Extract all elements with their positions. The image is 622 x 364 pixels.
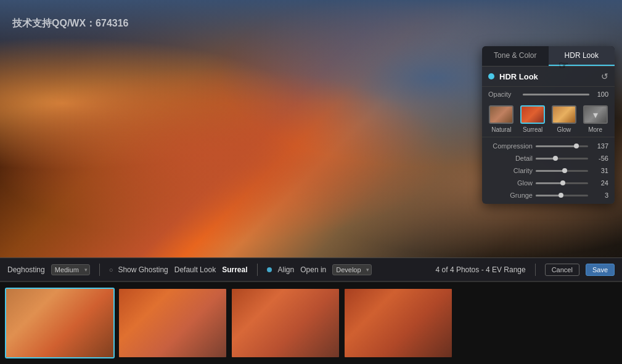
slider-glow[interactable] (536, 182, 588, 184)
preset-natural[interactable]: Natural (487, 105, 516, 133)
more-icon: ▾ (593, 109, 598, 121)
slider-row-compression: Compression 137 (482, 140, 615, 152)
status-dot (267, 267, 272, 272)
preset-label-natural: Natural (491, 126, 511, 133)
deghosting-select-wrapper[interactable]: Medium Low High ▾ (51, 264, 90, 275)
preset-thumb-surreal (520, 105, 545, 124)
slider-thumb-clarity (562, 168, 567, 173)
opacity-slider[interactable] (523, 94, 589, 95)
slider-thumb-detail (553, 156, 558, 161)
deghosting-text: Deghosting (7, 265, 45, 274)
opacity-fill (523, 94, 589, 95)
panel-header: HDR Look ↺ (482, 67, 615, 87)
align-label: Align (278, 265, 295, 274)
slider-clarity[interactable] (536, 170, 588, 172)
thumb-bg-2 (119, 289, 226, 357)
slider-value-detail: -56 (591, 155, 608, 162)
divider-2 (257, 264, 258, 276)
slider-compression[interactable] (536, 145, 588, 147)
filmstrip (0, 281, 622, 364)
preset-glow[interactable]: Glow (550, 105, 579, 133)
slider-fill-grunge (536, 195, 561, 196)
opacity-value: 100 (593, 91, 608, 98)
opacity-row: Opacity 100 (482, 87, 615, 102)
slider-label-clarity: Clarity (488, 167, 533, 174)
filmstrip-thumb-4[interactable] (343, 288, 453, 358)
develop-select[interactable]: Develop (332, 264, 372, 275)
thumb-bg-3 (232, 289, 339, 357)
save-button[interactable]: Save (586, 264, 615, 276)
panel-tabs: Tone & Color HDR Look (482, 46, 615, 67)
preset-label-more: More (588, 126, 602, 133)
look-value: Surreal (222, 265, 247, 274)
photo-info: 4 of 4 Photos - 4 EV Range (436, 265, 526, 274)
slider-label-glow: Glow (488, 179, 533, 187)
deghosting-label: Deghosting (7, 265, 45, 274)
slider-grunge[interactable] (536, 195, 588, 196)
preset-surreal[interactable]: Surreal (518, 105, 547, 133)
slider-value-grunge: 3 (591, 192, 608, 199)
tab-tone-color[interactable]: Tone & Color (482, 46, 549, 66)
show-ghosting-item: ○ Show Ghosting (109, 265, 168, 274)
slider-row-clarity: Clarity 31 (482, 164, 615, 177)
slider-row-detail: Detail -56 (482, 152, 615, 164)
show-ghosting-label: Show Ghosting (118, 265, 168, 274)
adjustment-panel: Tone & Color HDR Look HDR Look ↺ Opacity… (482, 46, 615, 204)
slider-row-glow: Glow 24 (482, 177, 615, 189)
cancel-button[interactable]: Cancel (545, 264, 579, 276)
toolbar: Deghosting Medium Low High ▾ ○ Show Ghos… (0, 257, 622, 281)
slider-value-compression: 137 (591, 142, 608, 150)
opacity-label: Opacity (488, 91, 519, 98)
slider-thumb-compression (574, 144, 579, 148)
panel-active-dot (488, 73, 494, 79)
divider-3 (535, 264, 536, 276)
reset-button[interactable]: ↺ (601, 71, 608, 81)
preset-thumb-more: ▾ (583, 105, 608, 124)
slider-fill-compression (536, 145, 576, 147)
panel-title: HDR Look (499, 72, 601, 81)
deghosting-select[interactable]: Medium Low High (51, 264, 90, 275)
show-ghosting-circle: ○ (109, 266, 113, 273)
tab-hdr-look[interactable]: HDR Look (549, 46, 615, 66)
open-in-label: Open in (300, 265, 326, 274)
preset-more[interactable]: ▾ More (581, 105, 610, 133)
preset-thumb-natural (489, 105, 514, 124)
slider-row-grunge: Grunge 3 (482, 189, 615, 201)
watermark: 技术支持QQ/WX：674316 (12, 17, 129, 30)
slider-fill-clarity (536, 170, 565, 172)
slider-thumb-glow (560, 180, 565, 185)
slider-label-grunge: Grunge (488, 192, 533, 199)
preset-label-glow: Glow (557, 126, 571, 133)
slider-fill-glow (536, 182, 563, 184)
slider-label-detail: Detail (488, 155, 533, 162)
slider-detail[interactable] (536, 158, 588, 160)
preset-thumb-glow (552, 105, 576, 124)
divider-1 (99, 264, 100, 276)
slider-label-compression: Compression (488, 142, 533, 150)
default-look-label: Default Look (174, 265, 216, 274)
slider-thumb-grunge (559, 193, 563, 198)
develop-select-wrapper[interactable]: Develop ▾ (332, 264, 372, 275)
preset-label-surreal: Surreal (523, 126, 542, 133)
sliders-section: Compression 137 Detail -56 Clarity 31 (482, 137, 615, 204)
thumb-bg-1 (6, 289, 113, 357)
presets-row: Natural Surreal Glow ▾ More (482, 102, 615, 137)
slider-value-glow: 24 (591, 179, 608, 187)
thumb-bg-4 (345, 289, 452, 357)
filmstrip-thumb-1[interactable] (5, 288, 115, 358)
filmstrip-thumb-3[interactable] (231, 288, 340, 358)
filmstrip-thumb-2[interactable] (118, 288, 227, 358)
slider-value-clarity: 31 (591, 167, 608, 174)
